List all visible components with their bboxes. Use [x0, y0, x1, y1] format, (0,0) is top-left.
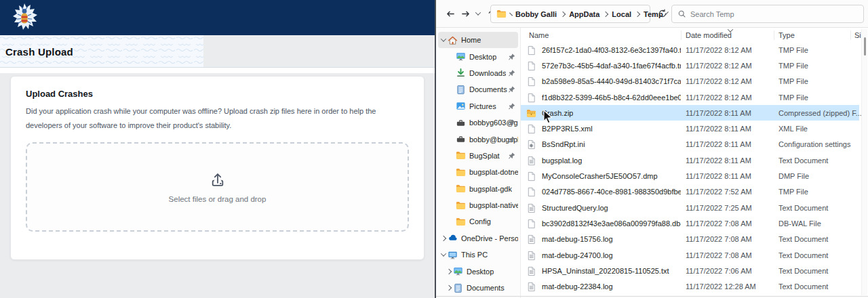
sidebar-item-bugsplat[interactable]: BugSplat — [438, 148, 518, 164]
file-row-structuredquery-log[interactable]: StructuredQuery.log 11/17/2022 7:25 AM T… — [521, 200, 859, 215]
address-bar[interactable]: Bobby GalliAppDataLocalTemp — [490, 5, 650, 23]
page-icon — [526, 93, 536, 103]
forward-arrow-icon[interactable] — [458, 6, 473, 21]
page-icon — [526, 124, 536, 134]
file-row-bssndrpt-ini[interactable]: BsSndRpt.ini 11/17/2022 8:11 AM Configur… — [521, 137, 859, 152]
history-chevron-down-icon[interactable] — [473, 6, 484, 21]
file-name: MyConsoleCrasher5JE50O57.dmp — [542, 172, 658, 180]
column-headers: NameDate modifiedTypeSi — [521, 28, 868, 42]
column-header-date-modified[interactable]: Date modified — [686, 31, 732, 39]
file-row-b2pp3rl5-xml[interactable]: B2PP3RL5.xml 11/17/2022 8:11 AM XML File — [521, 121, 859, 136]
pin-icon — [508, 86, 515, 93]
file-date-modified: 11/17/2022 7:25 AM — [686, 204, 752, 212]
folder-icon — [456, 217, 466, 227]
page-title: Crash Upload — [5, 45, 73, 57]
chevron-right-icon[interactable] — [446, 268, 452, 274]
file-row-572e7b3c-45b5-4daf-a340-1fae67f4acfb-tmp[interactable]: 572e7b3c-45b5-4daf-a340-1fae67f4acfb.tmp… — [521, 58, 859, 73]
breadcrumb-segment[interactable]: Local — [612, 10, 631, 18]
file-row-bugsplat-log[interactable]: bugsplat.log 11/17/2022 8:11 AM Text Doc… — [521, 152, 859, 168]
file-date-modified: 11/17/2022 8:12 AM — [686, 62, 752, 70]
explorer-toolbar: Bobby GalliAppDataLocalTemp — [436, 0, 868, 28]
file-row-mat-debug-24700-log[interactable]: mat-debug-24700.log 11/17/2022 7:08 AM T… — [521, 247, 859, 263]
column-separator[interactable] — [774, 30, 774, 40]
file-date-modified: 11/17/2022 8:11 AM — [686, 156, 751, 165]
chevron-right-icon[interactable] — [446, 285, 452, 291]
sidebar-item-bugsplat-native[interactable]: bugsplat-native — [438, 197, 518, 213]
file-row-bc3902d8132f43e3ae086a009979fa88-db-wal[interactable]: bc3902d8132f43e3ae086a009979fa88.db-wal … — [521, 215, 859, 231]
textdoc-icon — [526, 203, 536, 213]
refresh-icon[interactable] — [656, 7, 669, 20]
page-title-bar: Crash Upload — [0, 35, 435, 68]
breadcrumb-segment[interactable]: Bobby Galli — [515, 10, 557, 18]
sidebar-item-documents[interactable]: Documents — [438, 81, 518, 98]
file-type: XML File — [778, 125, 808, 133]
folder-icon — [456, 200, 466, 211]
chevron-down-icon[interactable] — [441, 37, 446, 42]
home-icon — [448, 35, 458, 45]
sidebar-item-bugsplat-dotnet[interactable]: bugsplat-dotnet — [438, 164, 518, 180]
card-description: Did your application crash while your co… — [26, 104, 406, 133]
textdoc-icon — [526, 156, 536, 166]
textdoc-icon — [526, 266, 536, 276]
app-body: Upload Crashes Did your application cras… — [0, 73, 435, 298]
search-box[interactable] — [671, 5, 864, 23]
sidebar-item-bugsplat-gdk[interactable]: bugsplat-gdk — [438, 181, 518, 197]
ini-icon — [526, 140, 536, 150]
this-pc-icon — [448, 250, 458, 260]
file-row-26f157c2-1da0-4f03-8132-6e3c1397fa40-tmp[interactable]: 26f157c2-1da0-4f03-8132-6e3c1397fa40.tmp… — [521, 42, 859, 58]
file-row-hpsa-uninstall-20220815-110525-txt[interactable]: HPSA_Uninstall_20220815-110525.txt 11/17… — [521, 263, 859, 278]
breadcrumb-segment[interactable]: AppData — [569, 10, 599, 18]
file-row-myconsolecrasher5je50o57-dmp[interactable]: MyConsoleCrasher5JE50O57.dmp 11/17/2022 … — [521, 168, 859, 184]
column-header-type[interactable]: Type — [778, 31, 795, 39]
sidebar-item-bobbyg603-gr[interactable]: bobbyg603@gr — [438, 114, 518, 131]
textdoc-icon — [526, 234, 536, 244]
file-name: 572e7b3c-45b5-4daf-a340-1fae67f4acfb.tmp — [542, 62, 681, 70]
back-arrow-icon[interactable] — [443, 6, 458, 21]
file-name: mat-debug-24700.log — [542, 251, 613, 259]
vertical-scrollbar[interactable] — [861, 29, 867, 295]
search-input[interactable] — [690, 10, 858, 18]
column-header-si[interactable]: Si — [854, 31, 861, 39]
app-header — [0, 0, 435, 35]
bugsplat-logo-icon — [11, 3, 38, 33]
file-row-mat-debug-15756-log[interactable]: mat-debug-15756.log 11/17/2022 7:08 AM T… — [521, 232, 859, 247]
sidebar-item-config[interactable]: Config — [438, 213, 518, 230]
sidebar-item-onedrive-personal[interactable]: OneDrive - Personal — [438, 230, 518, 247]
sidebar-item-home[interactable]: Home — [438, 32, 518, 48]
file-type: Text Document — [778, 251, 828, 259]
file-date-modified: 11/17/2022 8:11 AM — [686, 109, 751, 117]
file-row-crash-zip[interactable]: Crash.zip 11/17/2022 8:11 AM Compressed … — [521, 105, 859, 121]
file-name: 26f157c2-1da0-4f03-8132-6e3c1397fa40.tmp — [542, 46, 681, 54]
page-icon — [526, 61, 536, 71]
pin-icon — [508, 119, 515, 127]
file-name: BsSndRpt.ini — [542, 140, 585, 148]
sidebar-item-desktop[interactable]: Desktop — [438, 48, 518, 64]
sidebar-item-documents[interactable]: Documents — [438, 280, 518, 296]
onedrive-cloud-icon — [448, 233, 458, 243]
sidebar-item-downloads[interactable]: Downloads — [438, 65, 518, 81]
sidebar-item-this-pc[interactable]: This PC — [438, 247, 518, 263]
breadcrumb-chevron-icon — [635, 11, 640, 16]
sidebar-item-pictures[interactable]: Pictures — [438, 98, 518, 114]
sidebar-item-bobby-bugspl[interactable]: bobby@bugspl — [438, 131, 518, 147]
file-name: bugsplat.log — [542, 156, 582, 165]
file-row-024d7785-8667-40ce-8981-988350d9bfbe-tmp[interactable]: 024d7785-8667-40ce-8981-988350d9bfbe.tmp… — [521, 184, 859, 200]
file-row-f1d8b322-5399-46b5-b8c4-62dd0eee1be0-tmp[interactable]: f1d8b322-5399-46b5-b8c4-62dd0eee1be0.tmp… — [521, 89, 859, 105]
file-dropzone[interactable]: Select files or drag and drop — [26, 142, 409, 232]
chevron-down-icon[interactable] — [441, 251, 446, 257]
column-separator[interactable] — [850, 30, 851, 40]
file-row-mat-debug-22384-log[interactable]: mat-debug-22384.log 11/17/2022 12:28 AM … — [521, 278, 859, 294]
file-type: Text Document — [778, 156, 828, 165]
scrollbar-thumb[interactable] — [864, 37, 866, 56]
file-type: TMP File — [778, 93, 808, 102]
file-name: mat-debug-22384.log — [542, 282, 613, 291]
page-icon — [526, 45, 536, 56]
column-header-name[interactable]: Name — [529, 31, 549, 39]
file-date-modified: 11/17/2022 8:11 AM — [686, 172, 751, 180]
sidebar-item-label: Pictures — [469, 102, 496, 110]
column-separator[interactable] — [681, 30, 682, 40]
file-row-b2a598e9-85a5-4440-949d-81403c71f7ca-tmp[interactable]: b2a598e9-85a5-4440-949d-81403c71f7ca.tmp… — [521, 74, 859, 89]
sidebar-item-desktop[interactable]: Desktop — [438, 263, 518, 279]
chevron-right-icon[interactable] — [441, 236, 446, 241]
pin-icon — [508, 53, 515, 60]
